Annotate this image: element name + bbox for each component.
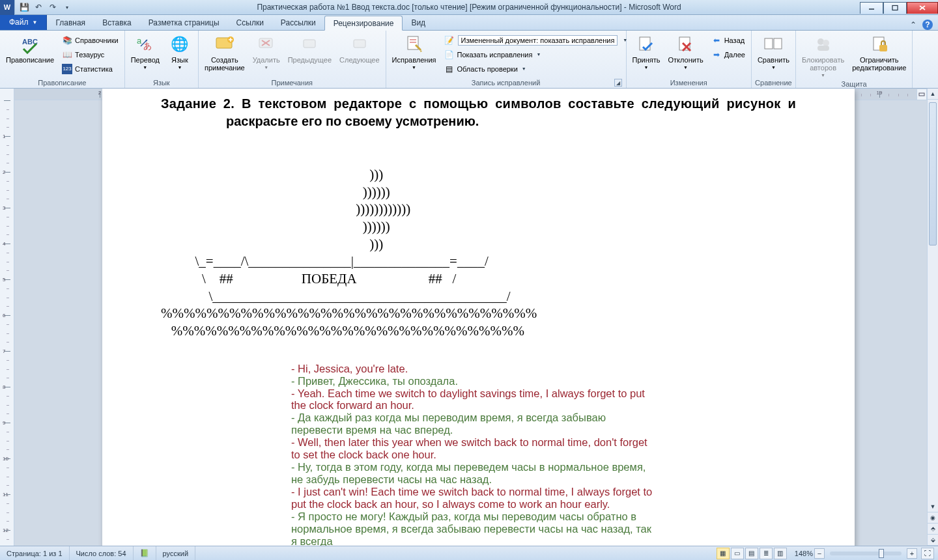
delete-comment-icon	[256, 34, 277, 55]
qat-customize-button[interactable]: ▾	[61, 1, 74, 14]
help-button[interactable]: ?	[922, 20, 933, 30]
group-proofing-label: Правописание	[3, 77, 122, 88]
ruler-toggle-button[interactable]	[917, 89, 927, 100]
accept-button[interactable]: Принять▼	[629, 32, 664, 72]
language-button[interactable]: 🌐 Язык▼	[164, 32, 195, 72]
qat-redo-button[interactable]: ↷	[46, 1, 59, 14]
zoom-slider[interactable]	[830, 552, 902, 555]
scroll-thumb[interactable]	[929, 102, 937, 245]
svg-rect-25	[817, 46, 829, 51]
tab-вид[interactable]: Вид	[403, 15, 434, 30]
status-language[interactable]: русский	[156, 546, 195, 560]
language-label: Язык	[171, 56, 188, 64]
new-comment-button[interactable]: Создать примечание	[201, 32, 248, 74]
tab-рецензирование[interactable]: Рецензирование	[324, 16, 403, 31]
svg-text:a: a	[137, 36, 142, 46]
track-changes-button[interactable]: Исправления▼	[389, 32, 440, 72]
dialogue-line: - Yeah. Each time we switch to daylight …	[291, 387, 656, 412]
file-tab-label: Файл	[9, 18, 29, 27]
svg-rect-12	[304, 40, 315, 48]
research-label: Справочники	[75, 36, 119, 44]
group-language: aあ Перевод▼ 🌐 Язык▼ Язык	[125, 31, 199, 88]
reject-button[interactable]: Отклонить▼	[664, 32, 706, 72]
document-page[interactable]: Задание 2. В текстовом редакторе с помощ…	[102, 89, 855, 546]
svg-rect-21	[765, 38, 773, 49]
qat-undo-button[interactable]: ↶	[32, 1, 45, 14]
tracking-launcher[interactable]: ◢	[614, 79, 622, 87]
wordcount-icon: 123	[62, 64, 72, 74]
prev-arrow-icon: ⬅	[711, 35, 722, 46]
block-authors-label: Блокировать авторов	[802, 56, 844, 72]
show-markup-label: Показать исправления	[457, 51, 533, 59]
status-page[interactable]: Страница: 1 из 1	[0, 546, 70, 560]
view-outline-button[interactable]: ≣	[760, 548, 773, 559]
zoom-percent[interactable]: 148%	[795, 550, 813, 557]
prev-comment-icon	[299, 34, 320, 55]
next-change-button[interactable]: ➡Далее	[708, 48, 748, 61]
minimize-ribbon-button[interactable]: ⌃	[908, 20, 918, 30]
titlebar: W 💾 ↶ ↷ ▾ Практическая работа №1 Ввод те…	[0, 0, 938, 15]
reviewing-pane-icon: ▤	[444, 64, 455, 74]
wordcount-button[interactable]: 123Статистика	[59, 62, 122, 76]
thesaurus-button[interactable]: 📖Тезаурус	[59, 48, 122, 61]
translate-icon: aあ	[135, 34, 156, 55]
close-button[interactable]	[907, 2, 938, 14]
thesaurus-icon: 📖	[62, 49, 72, 60]
tab-ссылки[interactable]: Ссылки	[228, 15, 272, 30]
status-proofing-icon[interactable]: 📗	[134, 546, 156, 560]
scroll-up-button[interactable]: ▲	[928, 89, 938, 100]
view-draft-button[interactable]: ▥	[774, 548, 787, 559]
track-changes-label: Исправления	[392, 56, 436, 64]
fit-width-button[interactable]: ⛶	[921, 548, 934, 559]
tab-главная[interactable]: Главная	[47, 15, 94, 30]
research-button[interactable]: 📚Справочники	[59, 33, 122, 47]
next-arrow-icon: ➡	[711, 49, 722, 60]
tab-вставка[interactable]: Вставка	[94, 15, 140, 30]
tab-разметка-страницы[interactable]: Разметка страницы	[140, 15, 228, 30]
task-heading-l1: Задание 2. В текстовом редакторе с помощ…	[161, 95, 796, 113]
zoom-out-button[interactable]: −	[814, 548, 825, 559]
scroll-down-button[interactable]: ▼	[928, 501, 938, 512]
reviewing-pane-button[interactable]: ▤Область проверки▼	[441, 62, 623, 76]
qat-save-button[interactable]: 💾	[18, 1, 31, 14]
restrict-editing-button[interactable]: Ограничить редактирование	[849, 32, 909, 74]
compare-icon	[763, 34, 784, 55]
prev-change-button[interactable]: ⬅Назад	[708, 33, 748, 47]
file-tab[interactable]: Файл▼	[0, 14, 47, 30]
display-review-value: Измененный документ: показать исправлени…	[458, 35, 618, 46]
zoom-in-button[interactable]: +	[907, 548, 917, 559]
dialogue-line: - Я просто не могу! Каждый раз, когда мы…	[291, 511, 656, 546]
status-wordcount[interactable]: Число слов: 54	[70, 546, 134, 560]
scroll-track[interactable]	[928, 100, 938, 501]
group-tracking: Исправления▼ 📝 Измененный документ: пока…	[386, 31, 627, 88]
browse-object-button[interactable]: ◉	[928, 512, 938, 524]
display-for-review-dropdown[interactable]: 📝 Измененный документ: показать исправле…	[441, 33, 623, 47]
view-fullscreen-button[interactable]: ▭	[731, 548, 744, 559]
restrict-label: Ограничить редактирование	[852, 56, 906, 72]
maximize-button[interactable]	[883, 2, 907, 14]
compare-button[interactable]: Сравнить▼	[754, 32, 793, 72]
next-page-button[interactable]: ⬙	[928, 535, 938, 546]
group-changes: Принять▼ Отклонить▼ ⬅Назад ➡Далее Измене…	[627, 31, 752, 88]
group-compare: Сравнить▼ Сравнение	[752, 31, 796, 88]
block-authors-button: Блокировать авторов▼	[799, 32, 847, 80]
globe-icon: 🌐	[169, 34, 190, 55]
tab-рассылки[interactable]: Рассылки	[272, 15, 324, 30]
delete-comment-label: Удалить	[253, 56, 280, 64]
translate-button[interactable]: aあ Перевод▼	[128, 32, 163, 72]
minimize-button[interactable]	[860, 2, 883, 14]
book-check-icon: 📗	[140, 549, 149, 557]
zoom-slider-knob[interactable]	[879, 549, 884, 558]
prev-page-button[interactable]: ⬘	[928, 524, 938, 535]
vertical-scrollbar: ▲ ▼ ◉ ⬘ ⬙	[927, 89, 938, 546]
reject-icon	[675, 34, 696, 55]
prev-change-label: Назад	[724, 36, 745, 44]
group-changes-label: Изменения	[629, 77, 748, 88]
group-protect-label: Защита	[799, 80, 909, 88]
svg-rect-1	[892, 6, 898, 10]
view-web-button[interactable]: ▤	[745, 548, 758, 559]
show-markup-button[interactable]: 📄Показать исправления▼	[441, 48, 623, 61]
spelling-button[interactable]: ABC Правописание	[3, 32, 57, 66]
view-print-layout-button[interactable]: ▦	[717, 548, 730, 559]
block-authors-icon	[813, 34, 834, 55]
